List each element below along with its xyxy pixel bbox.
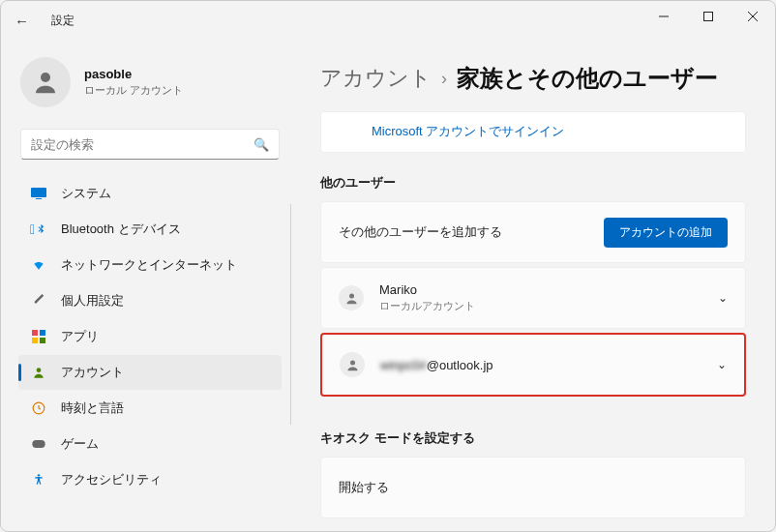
titlebar: ← 設定: [1, 1, 775, 40]
breadcrumb-current: 家族とその他のユーザー: [457, 63, 718, 94]
nav-label: アプリ: [61, 328, 99, 345]
user-row-mariko[interactable]: Mariko ローカルアカウント ⌄: [320, 267, 746, 329]
user-row-sub: ローカルアカウント: [379, 299, 708, 313]
person-icon: [30, 364, 47, 381]
nav-list: システム  Bluetooth とデバイス ネットワークとインターネット 個人…: [15, 175, 285, 498]
nav-time-language[interactable]: 時刻と言語: [18, 391, 282, 426]
clock-icon: [30, 399, 47, 417]
monitor-icon: [30, 185, 47, 202]
close-button[interactable]: [731, 1, 775, 32]
person-icon: [339, 285, 364, 310]
chevron-down-icon: ⌄: [717, 358, 727, 371]
user-name: pasoble: [84, 67, 183, 81]
minimize-button[interactable]: [642, 1, 686, 32]
nav-label: 個人用設定: [61, 292, 124, 310]
nav-accessibility[interactable]: アクセシビリティ: [18, 462, 282, 497]
user-row-outlook[interactable]: winpc0#@outlook.jp ⌄: [320, 333, 746, 397]
avatar: [20, 57, 71, 107]
nav-system[interactable]: システム: [18, 176, 282, 211]
svg-point-11: [37, 368, 42, 372]
svg-rect-9: [32, 338, 38, 343]
accessibility-icon: [30, 471, 47, 488]
svg-rect-1: [704, 13, 713, 21]
svg-point-14: [38, 474, 40, 476]
user-profile[interactable]: pasoble ローカル アカウント: [15, 40, 285, 129]
nav-label: アカウント: [61, 364, 124, 381]
breadcrumb-parent[interactable]: アカウント: [320, 64, 432, 93]
sidebar-divider: [290, 204, 291, 425]
maximize-button[interactable]: [686, 1, 731, 32]
svg-rect-10: [40, 338, 45, 343]
chevron-down-icon: ⌄: [718, 291, 728, 305]
user-subtitle: ローカル アカウント: [84, 83, 183, 98]
person-icon: [340, 352, 365, 377]
brush-icon: [30, 292, 47, 310]
window-title: 設定: [51, 13, 75, 29]
nav-label: 時刻と言語: [61, 399, 124, 417]
nav-apps[interactable]: アプリ: [18, 319, 282, 354]
add-account-button[interactable]: アカウントの追加: [604, 218, 728, 248]
svg-point-16: [350, 360, 355, 365]
search-input[interactable]: [31, 137, 254, 152]
add-user-label: その他のユーザーを追加する: [339, 223, 604, 241]
nav-label: アクセシビリティ: [61, 471, 162, 488]
wifi-icon: [30, 256, 47, 274]
gamepad-icon: [30, 435, 47, 453]
chevron-right-icon: ›: [441, 69, 447, 89]
back-button[interactable]: ←: [15, 13, 42, 29]
nav-personalization[interactable]: 個人用設定: [18, 283, 282, 318]
main-panel: アカウント › 家族とその他のユーザー Microsoft アカウントでサインイ…: [291, 40, 775, 531]
kiosk-start-card[interactable]: 開始する: [320, 457, 746, 518]
svg-rect-8: [40, 330, 45, 336]
user-row-name: Mariko: [379, 282, 708, 297]
svg-point-4: [41, 73, 50, 82]
nav-accounts[interactable]: アカウント: [18, 355, 282, 390]
svg-rect-6: [36, 198, 42, 199]
nav-label: ネットワークとインターネット: [61, 256, 237, 274]
bluetooth-icon: : [30, 221, 47, 238]
nav-bluetooth[interactable]:  Bluetooth とデバイス: [18, 212, 282, 247]
apps-icon: [30, 328, 47, 345]
nav-network[interactable]: ネットワークとインターネット: [18, 248, 282, 282]
search-icon: 🔍: [254, 137, 269, 152]
nav-gaming[interactable]: ゲーム: [18, 427, 282, 461]
add-user-card: その他のユーザーを追加する アカウントの追加: [320, 201, 746, 263]
window-controls: [642, 1, 775, 32]
ms-signin-card[interactable]: Microsoft アカウントでサインイン: [320, 111, 746, 153]
breadcrumb: アカウント › 家族とその他のユーザー: [320, 63, 746, 94]
ms-signin-link[interactable]: Microsoft アカウントでサインイン: [372, 124, 564, 138]
kiosk-heading: キオスク モードを設定する: [320, 429, 746, 447]
sidebar: pasoble ローカル アカウント 🔍 システム  Bluetooth とデ…: [1, 40, 291, 531]
svg-rect-13: [32, 440, 45, 448]
kiosk-start-label: 開始する: [339, 479, 728, 496]
nav-label: ゲーム: [61, 435, 99, 453]
svg-rect-5: [31, 188, 46, 197]
user-email: winpc0#@outlook.jp: [380, 358, 493, 372]
nav-label: Bluetooth とデバイス: [61, 221, 181, 238]
nav-label: システム: [61, 185, 111, 202]
search-box[interactable]: 🔍: [20, 129, 280, 160]
svg-rect-7: [32, 330, 38, 336]
other-users-heading: 他のユーザー: [320, 174, 746, 192]
svg-point-15: [349, 293, 354, 298]
